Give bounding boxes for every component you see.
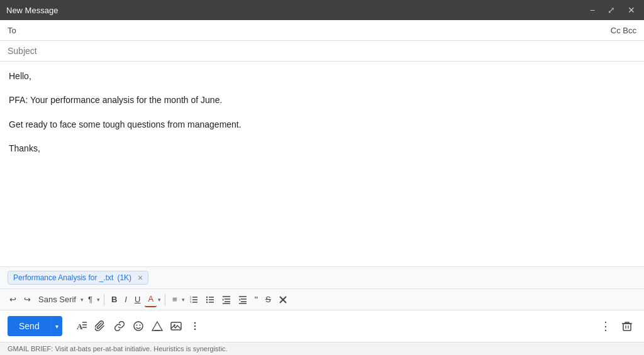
format-text-icon: A <box>76 320 87 332</box>
svg-point-7 <box>206 298 207 300</box>
trash-icon <box>621 320 633 332</box>
bullet-list-icon <box>206 295 214 304</box>
align-dropdown[interactable]: ≡ ▾ <box>169 292 185 307</box>
photo-button[interactable] <box>167 317 186 336</box>
body-line2: PFA: Your performance analysis for the m… <box>9 93 635 107</box>
attachment-bar: Performance Analysis for _.txt (1K) × <box>0 266 644 288</box>
body-line4: Thanks, <box>9 141 635 155</box>
attachment-chip[interactable]: Performance Analysis for _.txt (1K) × <box>8 271 148 285</box>
size-dropdown[interactable]: ¶ ▾ <box>85 292 100 307</box>
svg-marker-21 <box>239 298 240 301</box>
more-options-icon <box>189 320 201 332</box>
to-field-row: To Cc Bcc <box>0 20 644 41</box>
window-title: New Message <box>6 6 58 15</box>
bullet-list-button[interactable] <box>203 293 218 307</box>
clear-formatting-button[interactable] <box>275 293 291 307</box>
status-bar: GMAIL BRIEF: Visit at-bats per-at-bat in… <box>0 342 644 355</box>
svg-text:3: 3 <box>190 300 192 303</box>
formatting-toolbar: ↩ ↪ Sans Serif ▾ ¶ ▾ B I U A ▾ ≡ ▾ 123 <box>0 288 644 310</box>
svg-text:A: A <box>77 322 83 331</box>
toolbar-separator-1 <box>104 294 104 305</box>
more-options-button[interactable] <box>186 317 204 336</box>
svg-point-29 <box>136 325 137 326</box>
window-controls: − ⤢ ✕ <box>587 4 638 16</box>
photo-icon <box>170 320 182 332</box>
indent-more-icon <box>222 295 231 304</box>
svg-rect-38 <box>623 324 631 330</box>
numbered-list-icon: 123 <box>189 295 198 304</box>
svg-point-35 <box>194 325 196 327</box>
attachment-size: (1K) <box>117 273 131 282</box>
send-button-group: Send ▾ <box>8 316 62 336</box>
svg-point-37 <box>194 329 196 330</box>
close-button[interactable]: ✕ <box>625 4 638 16</box>
emoji-icon <box>133 320 144 332</box>
font-dropdown[interactable]: Sans Serif ▾ <box>35 292 84 307</box>
quote-button[interactable]: " <box>252 292 261 307</box>
svg-marker-31 <box>152 322 162 330</box>
font-label[interactable]: Sans Serif <box>35 292 79 307</box>
toolbar-separator-2 <box>165 294 165 305</box>
drive-icon <box>152 320 163 332</box>
align-button[interactable]: ≡ <box>169 292 180 307</box>
drive-button[interactable] <box>148 317 167 336</box>
italic-button[interactable]: I <box>121 292 130 307</box>
emoji-button[interactable] <box>129 317 148 336</box>
size-arrow-icon: ▾ <box>97 297 100 303</box>
underline-button[interactable]: U <box>131 292 143 307</box>
indent-more-button[interactable] <box>219 293 234 307</box>
delete-button[interactable] <box>618 317 636 336</box>
to-label: To <box>8 26 20 35</box>
redo-button[interactable]: ↪ <box>21 292 34 307</box>
numbered-list-button[interactable]: 123 <box>186 293 201 307</box>
bottom-toolbar: Send ▾ A <box>0 310 644 342</box>
text-color-arrow-icon: ▾ <box>158 297 161 303</box>
send-options-button[interactable]: ▾ <box>51 318 62 335</box>
svg-marker-16 <box>223 298 224 301</box>
svg-point-28 <box>134 322 143 330</box>
attach-button[interactable] <box>91 317 110 336</box>
link-icon <box>114 320 125 332</box>
subject-input[interactable] <box>8 46 636 56</box>
status-text: GMAIL BRIEF: Visit at-bats per-at-bat in… <box>8 345 228 352</box>
title-bar: New Message − ⤢ ✕ <box>0 0 644 20</box>
body-line3: Get ready to face some tough questions f… <box>9 117 635 131</box>
text-color-dropdown[interactable]: A ▾ <box>145 292 161 307</box>
link-button[interactable] <box>110 317 129 336</box>
svg-rect-33 <box>171 322 181 330</box>
send-button[interactable]: Send <box>8 316 51 336</box>
attachment-filename: Performance Analysis for _.txt <box>13 273 113 282</box>
font-arrow-icon: ▾ <box>80 297 84 303</box>
strikethrough-button[interactable]: S <box>262 292 274 307</box>
email-body[interactable]: Hello, PFA: Your performance analysis fo… <box>0 62 644 266</box>
more-actions-button[interactable]: ⋮ <box>596 315 615 337</box>
bold-button[interactable]: B <box>108 292 120 307</box>
size-label[interactable]: ¶ <box>85 292 96 307</box>
svg-point-36 <box>194 322 196 324</box>
align-arrow-icon: ▾ <box>182 297 185 303</box>
minimize-button[interactable]: − <box>587 4 597 16</box>
remove-attachment-button[interactable]: × <box>138 273 143 282</box>
undo-button[interactable]: ↩ <box>6 292 19 307</box>
resize-button[interactable]: ⤢ <box>605 4 618 16</box>
toolbar-right-icons: ⋮ <box>596 315 636 337</box>
svg-point-8 <box>206 301 207 302</box>
clear-formatting-icon <box>279 295 287 304</box>
to-input[interactable] <box>25 25 611 35</box>
attach-icon <box>95 320 106 332</box>
cc-bcc-link[interactable]: Cc Bcc <box>611 26 636 35</box>
svg-point-6 <box>206 296 207 297</box>
subject-field-row <box>0 41 644 62</box>
format-text-button[interactable]: A <box>72 317 91 336</box>
svg-point-30 <box>139 325 140 326</box>
more-actions-icon: ⋮ <box>600 319 611 333</box>
body-line1: Hello, <box>9 69 635 83</box>
compose-window: New Message − ⤢ ✕ To Cc Bcc Hello, PFA: … <box>0 0 644 355</box>
indent-less-icon <box>238 295 247 304</box>
text-color-button[interactable]: A <box>145 292 157 307</box>
indent-less-button[interactable] <box>235 293 250 307</box>
